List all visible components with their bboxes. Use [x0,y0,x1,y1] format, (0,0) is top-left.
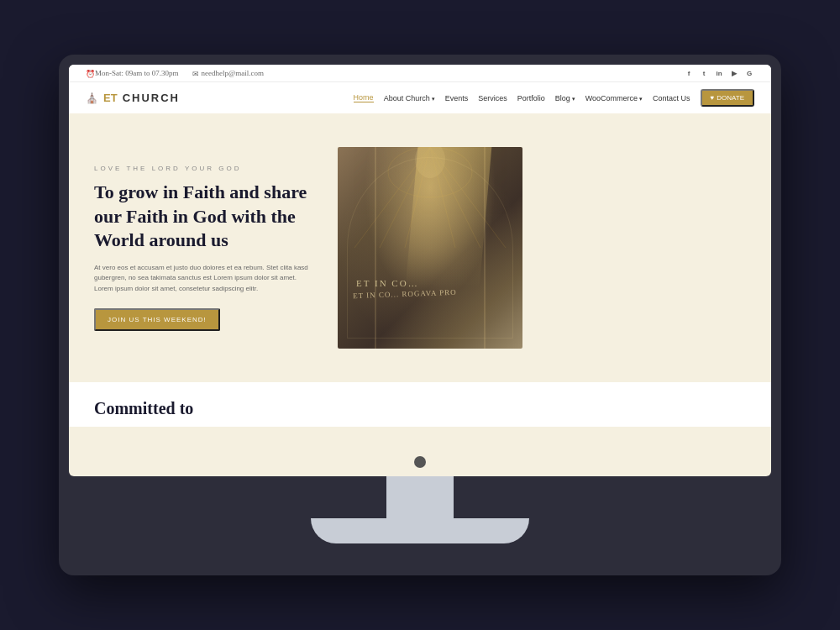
logo[interactable]: ⛪ ET CHURCH [86,92,180,104]
nav-portfolio[interactable]: Portfolio [517,94,545,102]
nav-home[interactable]: Home [354,93,374,102]
committed-section: Committed to [69,382,771,427]
light-beam [406,147,492,288]
monitor-screen: ⏰ Mon-Sat: 09am to 07.30pm ✉ needhelp@ma… [69,65,771,476]
donate-button[interactable]: ♥ DONATE [701,89,755,107]
donate-icon: ♥ [711,94,715,102]
nav-links: Home About Church Events Services Portfo… [354,89,754,107]
nav-about[interactable]: About Church [384,94,435,102]
hours-item: ⏰ Mon-Sat: 09am to 07.30pm [86,69,179,77]
monitor-neck [386,476,454,518]
nav-blog[interactable]: Blog [555,94,575,102]
nav-services[interactable]: Services [478,94,507,102]
twitter-icon[interactable]: t [699,68,709,78]
navbar: ⛪ ET CHURCH Home About Church Events Ser… [69,82,771,113]
top-bar-left: ⏰ Mon-Sat: 09am to 07.30pm ✉ needhelp@ma… [86,69,264,77]
hours-text: Mon-Sat: 09am to 07.30pm [95,69,179,77]
logo-icon: ⛪ [86,92,98,104]
google-icon[interactable]: G [744,68,754,78]
instagram-icon[interactable]: in [714,68,724,78]
logo-church: CHURCH [123,92,180,104]
nav-contact[interactable]: Contact Us [653,94,690,102]
hero-section: LOVE THE LORD YOUR GOD To grow in Faith … [69,113,771,382]
email-text: needhelp@mail.com [202,69,265,77]
hero-cta-button[interactable]: JOIN US THIS WEEKEND! [94,308,220,331]
youtube-icon[interactable]: ▶ [729,68,739,78]
monitor-base [311,518,529,543]
hero-content: LOVE THE LORD YOUR GOD To grow in Faith … [94,165,312,331]
monitor-camera [414,456,426,468]
social-links: f t in ▶ G [684,68,754,78]
hero-image: ET IN CO... ROGAVA PRO [338,147,522,349]
hero-subtitle: LOVE THE LORD YOUR GOD [94,165,312,172]
hero-title: To grow in Faith and share our Faith in … [94,181,312,253]
email-item: ✉ needhelp@mail.com [192,69,265,77]
clock-icon: ⏰ [86,70,92,76]
logo-et: ET [103,92,118,104]
nav-events[interactable]: Events [445,94,469,102]
nav-woocommerce[interactable]: WooCommerce [585,94,643,102]
mail-icon: ✉ [192,70,199,76]
monitor-stand [69,476,771,543]
website: ⏰ Mon-Sat: 09am to 07.30pm ✉ needhelp@ma… [69,65,771,476]
facebook-icon[interactable]: f [684,68,694,78]
committed-title: Committed to [94,399,746,418]
top-bar: ⏰ Mon-Sat: 09am to 07.30pm ✉ needhelp@ma… [69,65,771,82]
donate-label: DONATE [717,94,744,102]
monitor: ⏰ Mon-Sat: 09am to 07.30pm ✉ needhelp@ma… [59,55,781,575]
hero-description: At vero eos et accusam et justo duo dolo… [94,263,312,295]
